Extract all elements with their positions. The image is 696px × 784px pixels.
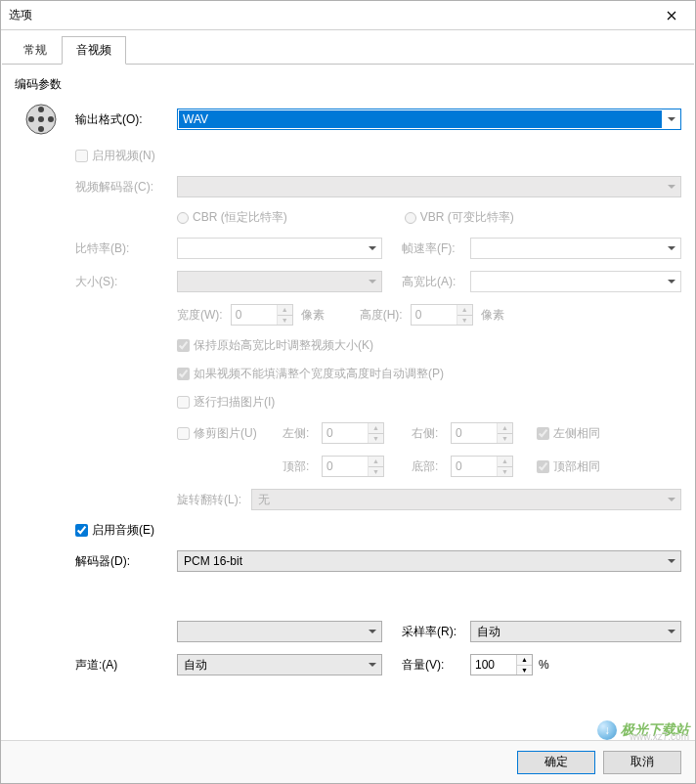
crop-left-stepper: ▲▼ xyxy=(322,422,384,444)
interlaced-checkbox xyxy=(177,396,190,409)
rotate-value: 无 xyxy=(256,492,270,508)
label-enable-video: 启用视频(N) xyxy=(92,148,155,164)
label-height: 高度(H): xyxy=(360,307,403,324)
cancel-label: 取消 xyxy=(631,754,654,770)
svg-point-5 xyxy=(48,116,54,122)
crop-right-input xyxy=(452,423,497,443)
svg-point-4 xyxy=(28,116,34,122)
chevron-down-icon xyxy=(364,240,380,257)
crop-left-input xyxy=(323,423,368,443)
ok-button[interactable]: 确定 xyxy=(517,751,595,774)
label-percent: % xyxy=(539,658,549,672)
label-rotate: 旋转翻转(L): xyxy=(177,492,251,508)
vbr-radio xyxy=(405,212,416,224)
window-title: 选项 xyxy=(9,7,656,23)
channels-dropdown[interactable]: 自动 xyxy=(177,654,382,675)
svg-point-2 xyxy=(38,107,44,112)
label-same-top: 顶部相同 xyxy=(553,458,600,475)
chevron-down-icon xyxy=(663,178,679,196)
label-enable-audio: 启用音频(E) xyxy=(92,522,154,539)
samplerate-value: 自动 xyxy=(475,624,500,640)
width-stepper: ▲▼ xyxy=(231,304,293,326)
enable-video-checkbox xyxy=(75,150,88,162)
svg-point-3 xyxy=(38,126,44,132)
keep-ratio-checkbox xyxy=(177,339,190,352)
same-left-checkbox xyxy=(537,427,549,440)
film-reel-icon xyxy=(24,103,58,136)
chevron-down-icon xyxy=(663,552,679,570)
rotate-dropdown: 无 xyxy=(251,489,681,510)
label-pixels-2: 像素 xyxy=(481,307,504,324)
close-icon xyxy=(667,11,676,21)
enable-audio-checkbox[interactable] xyxy=(75,524,88,537)
label-bitrate: 比特率(B): xyxy=(75,240,177,257)
ok-label: 确定 xyxy=(544,754,568,770)
cbr-radio xyxy=(177,212,189,224)
chevron-down-icon xyxy=(364,656,380,674)
chevron-down-icon xyxy=(663,110,679,128)
chevron-down-icon xyxy=(364,273,380,290)
label-framerate: 帧速率(F): xyxy=(402,240,470,257)
chevron-down-icon xyxy=(364,623,380,640)
bitrate-dropdown xyxy=(177,238,382,259)
output-format-value: WAV xyxy=(179,110,662,128)
auto-adjust-checkbox xyxy=(177,368,190,380)
same-top-checkbox xyxy=(537,460,549,473)
label-size: 大小(S): xyxy=(75,274,177,290)
width-input xyxy=(232,305,277,325)
chevron-down-icon xyxy=(663,273,679,290)
height-input xyxy=(412,305,457,325)
blank-dropdown[interactable] xyxy=(177,621,382,642)
label-crop: 修剪图片(U) xyxy=(194,425,257,442)
volume-stepper[interactable]: ▲▼ xyxy=(470,654,533,675)
crop-bottom-stepper: ▲▼ xyxy=(451,456,513,477)
chevron-down-icon xyxy=(663,623,679,640)
framerate-dropdown xyxy=(470,238,681,259)
tab-general[interactable]: 常规 xyxy=(9,36,62,65)
section-label: 编码参数 xyxy=(15,76,681,93)
crop-top-input xyxy=(323,457,368,476)
video-decoder-dropdown xyxy=(177,176,681,197)
label-video-decoder: 视频解码器(C): xyxy=(75,179,177,196)
crop-checkbox xyxy=(177,427,190,440)
label-auto-adjust: 如果视频不能填满整个宽度或高度时自动调整(P) xyxy=(194,366,444,382)
label-output-format: 输出格式(O): xyxy=(75,111,177,128)
chevron-down-icon xyxy=(663,240,679,257)
audio-decoder-value: PCM 16-bit xyxy=(182,554,242,568)
label-right: 右侧: xyxy=(412,425,443,442)
volume-input[interactable] xyxy=(471,655,516,675)
channels-value: 自动 xyxy=(182,657,207,674)
chevron-down-icon xyxy=(663,491,679,508)
label-keep-ratio: 保持原始高宽比时调整视频大小(K) xyxy=(194,337,373,354)
label-volume: 音量(V): xyxy=(402,657,470,674)
tab-av[interactable]: 音视频 xyxy=(62,36,126,65)
cancel-button[interactable]: 取消 xyxy=(603,751,681,774)
label-samplerate: 采样率(R): xyxy=(402,624,470,640)
crop-top-stepper: ▲▼ xyxy=(322,456,384,477)
label-decoder: 解码器(D): xyxy=(75,553,177,570)
size-dropdown xyxy=(177,271,382,292)
close-button[interactable] xyxy=(656,4,687,27)
label-aspect: 高宽比(A): xyxy=(402,274,470,290)
output-format-dropdown[interactable]: WAV xyxy=(177,109,681,130)
aspect-dropdown xyxy=(470,271,681,292)
svg-point-1 xyxy=(38,116,44,122)
label-pixels-1: 像素 xyxy=(301,307,325,324)
crop-bottom-input xyxy=(452,457,497,476)
samplerate-dropdown[interactable]: 自动 xyxy=(470,621,681,642)
label-cbr: CBR (恒定比特率) xyxy=(193,209,287,226)
label-vbr: VBR (可变比特率) xyxy=(420,209,514,226)
label-left: 左侧: xyxy=(283,425,314,442)
label-bottom: 底部: xyxy=(412,458,443,475)
label-width: 宽度(W): xyxy=(177,307,223,324)
label-same-left: 左侧相同 xyxy=(553,425,600,442)
label-top: 顶部: xyxy=(283,458,314,475)
label-interlaced: 逐行扫描图片(I) xyxy=(194,394,275,411)
audio-decoder-dropdown[interactable]: PCM 16-bit xyxy=(177,550,681,572)
height-stepper: ▲▼ xyxy=(411,304,473,326)
label-channels: 声道:(A) xyxy=(75,657,177,674)
crop-right-stepper: ▲▼ xyxy=(451,422,513,444)
